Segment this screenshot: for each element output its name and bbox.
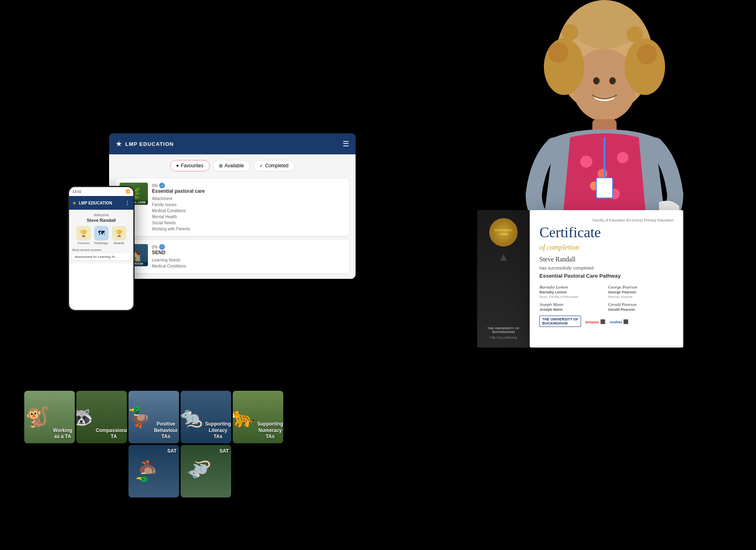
hamburger-icon[interactable]: ☰	[343, 139, 349, 148]
svg-point-19	[627, 26, 643, 42]
cert-dark-logo: THE UNIVERSITY OF BUCKINGHAM ᴟAMHƎ⅁ᴎIʞↃU…	[481, 327, 526, 339]
browser-navbar: ★ LMP EDUCATION ☰	[109, 133, 356, 154]
app-name: LMP EDUCATION	[125, 141, 174, 147]
sig-line-4: Gerald Pearson	[608, 302, 674, 307]
course-title-pastoral: Essential pastoral care	[152, 188, 345, 194]
buckingham-logo-text: THE UNIVERSITY OF BUCKINGHAM	[481, 327, 526, 334]
sig-name-2: George Pearson	[608, 290, 674, 294]
phone-awards-icon: 🏆	[112, 226, 126, 240]
phone-courses-label: Courses	[78, 241, 90, 245]
sig-line-1: Barnaby Lemon	[539, 284, 605, 289]
cert-signatures: Barnaby Lemon Barnaby Lemon Dean, Facult…	[539, 284, 674, 312]
sig-block-3: Joseph Mann Joseph Mann	[539, 302, 605, 312]
tab-favourites-label: Favourites	[181, 163, 203, 169]
sig-role-2: Director, Anspear	[608, 295, 674, 299]
phone-icon-courses[interactable]: 🏆 Courses	[76, 226, 91, 245]
svg-point-3	[593, 77, 600, 84]
phone-star-icon: ★	[72, 200, 76, 206]
svg-point-7	[598, 169, 607, 179]
phone-recent-label: Most recent courses	[72, 248, 130, 252]
card-working-ta[interactable]: 🐒 Working as a TA	[24, 391, 75, 443]
card-positive-behaviour[interactable]: 🦆 Positive Behaviour TAs	[128, 391, 179, 443]
phone-navbar: ★ LMP EDUCATION ⋮	[69, 196, 133, 210]
course-info-send: 0% ✓ SEND Learning NeedsMedical Conditio…	[152, 244, 345, 269]
sig-block-1: Barnaby Lemon Barnaby Lemon Dean, Facult…	[539, 284, 605, 299]
phone-time: 13:02	[72, 190, 82, 194]
course-progress-send: 0% ✓	[152, 244, 345, 250]
heart-icon: ♥	[176, 163, 179, 168]
check-icon: ✓	[259, 163, 263, 169]
tab-completed[interactable]: ✓ Completed	[253, 160, 295, 171]
anspear-logo: anspear ▦	[585, 318, 605, 325]
phone-icons-row: 🏆 Courses 🗺 Pathways 🏆 Awards	[72, 226, 130, 245]
svg-rect-12	[596, 178, 613, 198]
progress-value-send: 0%	[152, 245, 158, 249]
card-bottom-2[interactable]: 🐀 SAT	[181, 445, 231, 497]
phone-awards-label: Awards	[114, 241, 124, 245]
phone-menu-icon[interactable]: ⋮	[124, 200, 130, 206]
bottom-1-label: SAT	[165, 445, 179, 458]
course-info-pastoral: 0% ✓ Essential pastoral care AttachmentF…	[152, 183, 345, 232]
bottom-2-image: 🐀	[181, 445, 217, 497]
working-ta-label: Working as a TA	[51, 424, 75, 443]
progress-value-pastoral: 0%	[152, 183, 158, 188]
course-item-pastoral[interactable]: 🌿 PASTORAL CARE 0% ✓ Essential pastoral …	[116, 179, 349, 236]
sig-role-1: Dean, Faculty of Education	[539, 295, 605, 299]
phone-content: Welcome Steve Randall 🏆 Courses 🗺 Pathwa…	[69, 210, 133, 263]
browser-content: ♥ Favourites ⊞ Available ✓ Completed 🌿 P…	[109, 154, 356, 279]
supporting-numeracy-image: 🐆	[233, 391, 255, 443]
ouabea-logo: ouabea ▦	[609, 318, 628, 325]
phone-app-name: LMP EDUCATION	[79, 201, 112, 205]
phone-recent-course[interactable]: Assessment for Learning Te...	[72, 253, 130, 260]
sig-name-3: Joseph Mann	[539, 308, 605, 312]
working-ta-image: 🐒	[24, 391, 51, 443]
phone-icon-awards[interactable]: 🏆 Awards	[112, 226, 126, 245]
compassionate-ta-image: 🦝	[76, 391, 93, 443]
svg-point-6	[580, 156, 592, 168]
sig-name-4: Gerald Pearson	[608, 308, 674, 312]
certificate: Faculty of Education BA (Hons) Primary E…	[530, 210, 683, 348]
card-bottom-1[interactable]: 🦆 SAT	[128, 445, 179, 497]
course-topics-send: Learning NeedsMedical Conditions	[152, 257, 345, 269]
phone-pathways-icon: 🗺	[94, 226, 109, 240]
positive-behaviour-label: Positive Behaviour TAs	[152, 418, 179, 443]
app-logo: ★ LMP EDUCATION	[116, 139, 174, 148]
phone-icon-pathways[interactable]: 🗺 Pathways	[94, 226, 109, 245]
progress-icon-pastoral: ✓	[159, 183, 165, 188]
tab-bar: ♥ Favourites ⊞ Available ✓ Completed	[109, 154, 356, 175]
phone-signal: 📶	[126, 190, 130, 194]
cert-dark-panel: PASTORAL CARE ▼ THE UNIVERSITY OF BUCKIN…	[477, 210, 530, 348]
phone-welcome-text: Welcome	[72, 213, 130, 217]
cert-faculty: Faculty of Education	[592, 218, 625, 222]
positive-behaviour-image: 🦆	[128, 391, 152, 443]
tab-favourites[interactable]: ♥ Favourites	[170, 160, 210, 171]
grid-icon: ⊞	[219, 163, 223, 169]
sig-block-4: Gerald Pearson Gerald Pearson	[608, 302, 674, 312]
tab-available[interactable]: ⊞ Available	[213, 160, 250, 171]
svg-point-16	[548, 42, 568, 63]
star-icon: ★	[116, 139, 122, 148]
card-compassionate-ta[interactable]: 🦝 Compassionate TA	[76, 391, 127, 443]
card-supporting-literacy[interactable]: 🐀 Supporting Literacy TAs	[181, 391, 231, 443]
cert-title: Certificate	[539, 225, 674, 241]
sig-line-3: Joseph Mann	[539, 302, 605, 307]
compassionate-ta-label: Compassionate TA	[93, 424, 127, 443]
cert-recipient: Steve Randall	[539, 256, 674, 263]
course-cards-grid: 🐒 Working as a TA 🦝 Compassionate TA 🦆 P…	[24, 391, 335, 497]
cert-subtitle: of completion	[539, 243, 674, 252]
svg-point-4	[609, 77, 616, 84]
bottom-2-label: SAT	[217, 445, 231, 458]
course-item-send[interactable]: 🏫 CLASSROOM 0% ✓ SEND Learning NeedsMedi…	[116, 240, 349, 273]
progress-icon-send: ✓	[159, 244, 165, 250]
cert-course-name: Essential Pastoral Care Pathway	[539, 273, 674, 279]
svg-point-18	[562, 24, 578, 40]
supporting-literacy-image: 🐀	[181, 391, 203, 443]
phone-status-bar: 13:02 📶	[69, 187, 133, 196]
card-supporting-numeracy[interactable]: 🐆 Supporting Numeracy TAs	[233, 391, 283, 443]
medal-badge: PASTORAL CARE	[489, 218, 518, 247]
phone-pathways-label: Pathways	[94, 241, 108, 245]
mobile-phone: 13:02 📶 ★ LMP EDUCATION ⋮ Welcome Steve …	[68, 186, 135, 311]
course-list: 🌿 PASTORAL CARE 0% ✓ Essential pastoral …	[109, 175, 356, 279]
course-progress-pastoral: 0% ✓	[152, 183, 345, 188]
sig-name-1: Barnaby Lemon	[539, 290, 605, 294]
